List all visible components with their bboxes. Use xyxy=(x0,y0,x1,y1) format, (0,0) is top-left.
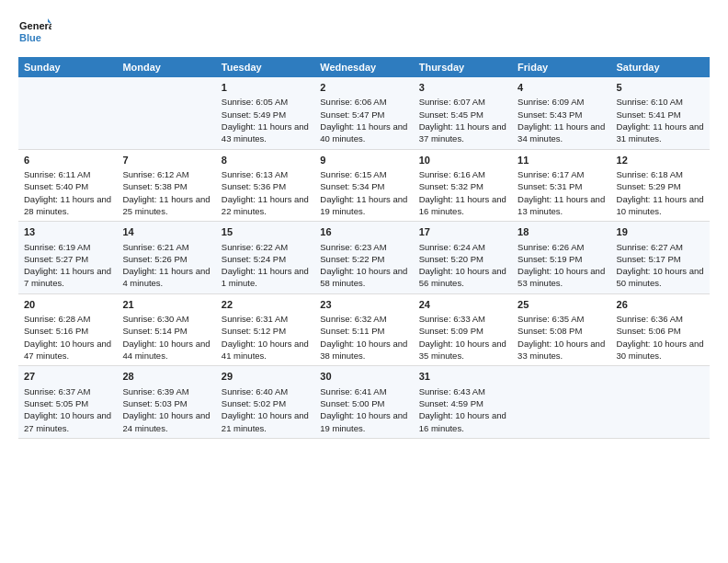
col-header-thursday: Thursday xyxy=(414,57,512,77)
daylight-text: Daylight: 11 hours and 16 minutes. xyxy=(419,194,506,216)
day-number: 29 xyxy=(222,370,309,384)
sunrise-text: Sunrise: 6:33 AM xyxy=(419,314,485,324)
day-number: 3 xyxy=(419,81,506,95)
day-cell: 25Sunrise: 6:35 AMSunset: 5:08 PMDayligh… xyxy=(512,293,610,366)
day-number: 31 xyxy=(419,370,506,384)
sunrise-text: Sunrise: 6:16 AM xyxy=(419,169,485,179)
day-number: 1 xyxy=(222,81,309,95)
sunrise-text: Sunrise: 6:37 AM xyxy=(24,386,90,396)
day-cell: 30Sunrise: 6:41 AMSunset: 5:00 PMDayligh… xyxy=(314,366,413,439)
daylight-text: Daylight: 11 hours and 4 minutes. xyxy=(122,266,210,288)
day-cell: 2Sunrise: 6:06 AMSunset: 5:47 PMDaylight… xyxy=(314,77,413,149)
day-number: 28 xyxy=(122,370,210,384)
sunset-text: Sunset: 5:24 PM xyxy=(222,254,286,264)
daylight-text: Daylight: 11 hours and 40 minutes. xyxy=(320,121,407,144)
sunset-text: Sunset: 5:34 PM xyxy=(320,181,384,191)
day-cell: 17Sunrise: 6:24 AMSunset: 5:20 PMDayligh… xyxy=(414,222,512,294)
day-number: 4 xyxy=(518,81,605,95)
daylight-text: Daylight: 10 hours and 41 minutes. xyxy=(222,339,309,361)
col-header-saturday: Saturday xyxy=(611,57,710,77)
sunrise-text: Sunrise: 6:19 AM xyxy=(24,242,90,252)
day-number: 22 xyxy=(222,298,309,312)
daylight-text: Daylight: 10 hours and 30 minutes. xyxy=(617,339,704,361)
daylight-text: Daylight: 11 hours and 1 minute. xyxy=(222,266,309,288)
week-row-1: 1Sunrise: 6:05 AMSunset: 5:49 PMDaylight… xyxy=(18,77,710,149)
week-row-2: 6Sunrise: 6:11 AMSunset: 5:40 PMDaylight… xyxy=(18,149,710,222)
sunrise-text: Sunrise: 6:31 AM xyxy=(222,314,288,324)
sunrise-text: Sunrise: 6:41 AM xyxy=(320,386,386,396)
sunset-text: Sunset: 5:31 PM xyxy=(518,181,582,191)
sunrise-text: Sunrise: 6:15 AM xyxy=(320,169,386,179)
week-row-4: 20Sunrise: 6:28 AMSunset: 5:16 PMDayligh… xyxy=(18,293,710,366)
day-number: 11 xyxy=(518,154,605,167)
day-number: 5 xyxy=(617,81,704,95)
day-number: 17 xyxy=(419,225,506,239)
sunrise-text: Sunrise: 6:28 AM xyxy=(24,314,90,324)
col-header-friday: Friday xyxy=(512,57,610,77)
day-cell: 20Sunrise: 6:28 AMSunset: 5:16 PMDayligh… xyxy=(18,293,117,366)
daylight-text: Daylight: 11 hours and 19 minutes. xyxy=(320,194,407,216)
day-cell: 8Sunrise: 6:13 AMSunset: 5:36 PMDaylight… xyxy=(216,149,314,222)
daylight-text: Daylight: 11 hours and 10 minutes. xyxy=(617,194,704,216)
day-cell: 26Sunrise: 6:36 AMSunset: 5:06 PMDayligh… xyxy=(611,293,710,366)
week-row-3: 13Sunrise: 6:19 AMSunset: 5:27 PMDayligh… xyxy=(18,222,710,294)
sunrise-text: Sunrise: 6:32 AM xyxy=(320,314,386,324)
daylight-text: Daylight: 10 hours and 50 minutes. xyxy=(617,266,704,288)
daylight-text: Daylight: 11 hours and 43 minutes. xyxy=(222,121,309,144)
day-number: 10 xyxy=(419,154,506,167)
daylight-text: Daylight: 10 hours and 47 minutes. xyxy=(24,339,111,361)
sunset-text: Sunset: 5:02 PM xyxy=(222,398,286,408)
sunrise-text: Sunrise: 6:10 AM xyxy=(617,97,683,107)
sunrise-text: Sunrise: 6:23 AM xyxy=(320,242,386,252)
daylight-text: Daylight: 11 hours and 31 minutes. xyxy=(617,121,704,144)
day-number: 2 xyxy=(320,81,407,95)
sunrise-text: Sunrise: 6:43 AM xyxy=(419,386,485,396)
sunrise-text: Sunrise: 6:05 AM xyxy=(222,97,288,107)
day-cell: 4Sunrise: 6:09 AMSunset: 5:43 PMDaylight… xyxy=(512,77,610,149)
day-number: 16 xyxy=(320,225,407,239)
sunset-text: Sunset: 5:32 PM xyxy=(419,181,483,191)
day-cell: 23Sunrise: 6:32 AMSunset: 5:11 PMDayligh… xyxy=(314,293,413,366)
day-number: 25 xyxy=(518,298,605,312)
day-number: 23 xyxy=(320,298,407,312)
day-cell: 11Sunrise: 6:17 AMSunset: 5:31 PMDayligh… xyxy=(512,149,610,222)
daylight-text: Daylight: 10 hours and 38 minutes. xyxy=(320,339,407,361)
day-number: 14 xyxy=(122,225,210,239)
sunset-text: Sunset: 5:16 PM xyxy=(24,326,88,336)
day-number: 19 xyxy=(617,225,704,239)
col-header-tuesday: Tuesday xyxy=(216,57,314,77)
day-cell: 9Sunrise: 6:15 AMSunset: 5:34 PMDaylight… xyxy=(314,149,413,222)
sunset-text: Sunset: 5:49 PM xyxy=(222,109,286,120)
sunrise-text: Sunrise: 6:06 AM xyxy=(320,97,386,107)
day-cell: 14Sunrise: 6:21 AMSunset: 5:26 PMDayligh… xyxy=(117,222,215,294)
daylight-text: Daylight: 10 hours and 16 minutes. xyxy=(419,410,506,432)
day-number: 20 xyxy=(24,298,111,312)
day-cell: 16Sunrise: 6:23 AMSunset: 5:22 PMDayligh… xyxy=(314,222,413,294)
day-number: 7 xyxy=(122,154,210,167)
svg-text:Blue: Blue xyxy=(19,32,41,43)
daylight-text: Daylight: 10 hours and 53 minutes. xyxy=(518,266,605,288)
day-cell: 21Sunrise: 6:30 AMSunset: 5:14 PMDayligh… xyxy=(117,293,215,366)
sunrise-text: Sunrise: 6:39 AM xyxy=(122,386,188,396)
sunset-text: Sunset: 5:27 PM xyxy=(24,254,88,264)
daylight-text: Daylight: 10 hours and 58 minutes. xyxy=(320,266,407,288)
col-header-wednesday: Wednesday xyxy=(314,57,413,77)
day-cell: 7Sunrise: 6:12 AMSunset: 5:38 PMDaylight… xyxy=(117,149,215,222)
day-cell: 15Sunrise: 6:22 AMSunset: 5:24 PMDayligh… xyxy=(216,222,314,294)
sunset-text: Sunset: 5:38 PM xyxy=(122,181,187,191)
day-number: 13 xyxy=(24,225,111,239)
sunset-text: Sunset: 5:00 PM xyxy=(320,398,384,408)
day-number: 26 xyxy=(617,298,704,312)
day-cell: 31Sunrise: 6:43 AMSunset: 4:59 PMDayligh… xyxy=(414,366,512,439)
day-cell: 13Sunrise: 6:19 AMSunset: 5:27 PMDayligh… xyxy=(18,222,117,294)
daylight-text: Daylight: 10 hours and 56 minutes. xyxy=(419,266,506,288)
sunset-text: Sunset: 5:08 PM xyxy=(518,326,582,336)
daylight-text: Daylight: 10 hours and 35 minutes. xyxy=(419,339,506,361)
sunset-text: Sunset: 5:17 PM xyxy=(617,254,681,264)
day-number: 8 xyxy=(222,154,309,167)
day-cell: 10Sunrise: 6:16 AMSunset: 5:32 PMDayligh… xyxy=(414,149,512,222)
sunrise-text: Sunrise: 6:36 AM xyxy=(617,314,683,324)
sunrise-text: Sunrise: 6:12 AM xyxy=(122,169,188,179)
sunset-text: Sunset: 5:09 PM xyxy=(419,326,483,336)
day-number: 12 xyxy=(617,154,704,167)
